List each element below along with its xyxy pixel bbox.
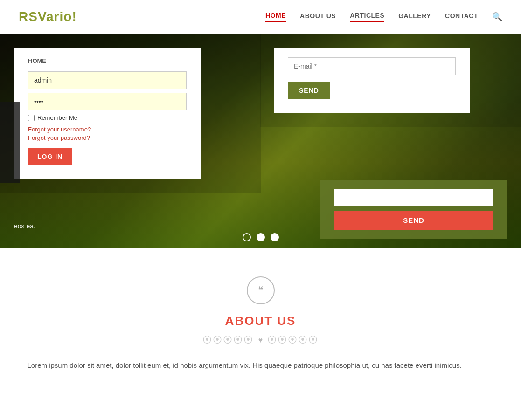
dot-2[interactable] [257, 233, 265, 241]
send-button-top[interactable]: SEND [288, 82, 330, 99]
dot-3[interactable] [271, 233, 279, 241]
right-panel: SEND [260, 34, 521, 127]
remember-me-checkbox[interactable] [28, 115, 35, 121]
divider: ⦿⦿⦿⦿⦿ ♥ ⦿⦿⦿⦿⦿ [19, 335, 502, 345]
username-input[interactable] [28, 71, 187, 89]
main-nav: HOME ABOUT US ARTICLES GALLERY CONTACT 🔍 [265, 12, 502, 22]
sidebar-dark [0, 102, 20, 183]
nav-gallery[interactable]: GALLERY [398, 12, 431, 21]
forgot-links: Forgot your username? Forgot your passwo… [28, 126, 187, 141]
nav-about[interactable]: ABOUT US [300, 12, 336, 21]
zigzag-right: ⦿⦿⦿⦿⦿ [267, 335, 319, 345]
login-breadcrumb: HOME [28, 57, 187, 64]
forgot-password-link[interactable]: Forgot your password? [28, 134, 187, 141]
zigzag-left: ⦿⦿⦿⦿⦿ [202, 335, 254, 345]
header: RSVario! HOME ABOUT US ARTICLES GALLERY … [0, 0, 521, 34]
nav-home[interactable]: HOME [265, 12, 286, 22]
dot-1[interactable] [243, 233, 251, 241]
remember-me-label: Remember Me [37, 114, 77, 121]
left-panel: HOME Remember Me Forgot your username? F… [0, 34, 261, 193]
about-body: Lorem ipsum dolor sit amet, dolor tollit… [28, 359, 494, 372]
remember-me-row: Remember Me [28, 114, 187, 121]
login-box: HOME Remember Me Forgot your username? F… [14, 48, 201, 179]
login-button[interactable]: LOG IN [28, 148, 72, 165]
password-input[interactable] [28, 93, 187, 110]
slider-dots [243, 233, 279, 241]
slider-text: eos ea. [14, 222, 35, 244]
nav-contact[interactable]: CONTACT [445, 12, 478, 21]
slider-form: SEND [320, 180, 507, 239]
logo[interactable]: RSVario! [19, 9, 77, 24]
email-input-top[interactable] [288, 57, 456, 75]
send-button-slider[interactable]: SEND [334, 211, 493, 230]
quote-icon: ❝ [247, 276, 275, 304]
slider-area: HOME Remember Me Forgot your username? F… [0, 34, 521, 248]
about-title: ABOUT US [19, 314, 502, 328]
about-section: ❝ ABOUT US ⦿⦿⦿⦿⦿ ♥ ⦿⦿⦿⦿⦿ Lorem ipsum dol… [0, 248, 521, 390]
search-icon[interactable]: 🔍 [492, 12, 502, 22]
nav-articles[interactable]: ARTICLES [350, 12, 384, 22]
forgot-username-link[interactable]: Forgot your username? [28, 126, 187, 133]
heart-icon: ♥ [258, 336, 263, 344]
email-box: SEND [274, 48, 470, 113]
email-input-slider[interactable] [334, 189, 493, 206]
